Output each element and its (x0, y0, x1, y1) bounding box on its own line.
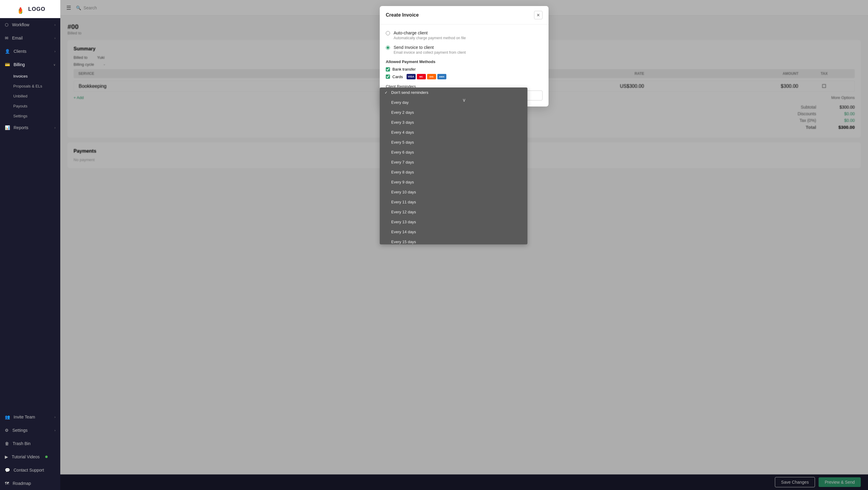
roadmap-icon: 🗺 (5, 481, 9, 486)
chevron-icon: › (55, 429, 56, 432)
dropdown-item-label: Every 9 days (391, 180, 414, 184)
reports-icon: 📊 (5, 125, 10, 130)
check-icon: ✓ (384, 90, 389, 95)
sidebar-label-support: Contact Support (13, 468, 44, 472)
dropdown-item-every_11_days[interactable]: Every 11 days (380, 197, 527, 207)
sidebar-item-payouts[interactable]: Payouts (13, 101, 60, 111)
chevron-icon: › (55, 50, 56, 53)
dropdown-item-every_5_days[interactable]: Every 5 days (380, 137, 527, 147)
bank-transfer-checkbox[interactable] (386, 67, 390, 71)
dropdown-item-label: Every 7 days (391, 160, 414, 165)
sidebar-label-workflow: Workflow (12, 22, 29, 27)
visa-icon: VISA (407, 74, 415, 79)
send-invoice-label: Send Invoice to client (394, 45, 466, 50)
modal-overlay[interactable]: Create Invoice ✕ Auto-charge client Auto… (60, 0, 868, 490)
tutorial-icon: ▶ (5, 454, 8, 459)
chevron-icon: › (55, 23, 56, 27)
sidebar-label-settings: Settings (12, 428, 28, 433)
sidebar-label-trash: Trash Bin (13, 441, 30, 446)
sidebar-item-settings[interactable]: ⚙ Settings › (0, 424, 60, 437)
clients-icon: 👤 (5, 49, 10, 54)
billing-submenu: Invoices Proposals & ELs Unbilled Payout… (0, 71, 60, 121)
dropdown-item-label: Every 8 days (391, 170, 414, 174)
cards-label: Cards (393, 75, 403, 79)
main-content: ☰ 🔍 Search #00 Billed to Summary Billed … (60, 0, 868, 490)
notification-dot (45, 456, 48, 458)
auto-charge-desc: Automatically charge payment method on f… (394, 36, 466, 40)
dropdown-item-label: Every 5 days (391, 140, 414, 145)
dropdown-item-every_13_days[interactable]: Every 13 days (380, 217, 527, 227)
dropdown-item-every_day[interactable]: Every day (380, 97, 527, 108)
sidebar-item-billing[interactable]: 💳 Billing ∨ (0, 58, 60, 71)
modal-title: Create Invoice (386, 12, 418, 18)
bank-transfer-label: Bank transfer (393, 67, 415, 71)
dropdown-item-label: Every 2 days (391, 110, 414, 115)
payment-methods: Bank transfer Cards VISA MC DIS AMX (386, 67, 542, 79)
dropdown-item-every_2_days[interactable]: Every 2 days (380, 108, 527, 117)
email-icon: ✉ (5, 36, 8, 40)
sidebar-item-trash-bin[interactable]: 🗑 Trash Bin (0, 437, 60, 450)
amex-icon: AMX (437, 74, 446, 79)
sidebar-item-proposals[interactable]: Proposals & ELs (13, 81, 60, 91)
dropdown-item-no_reminder[interactable]: ✓Don't send reminders (380, 87, 527, 97)
close-icon: ✕ (536, 13, 540, 18)
chevron-down-icon: ∨ (53, 63, 56, 66)
sidebar-item-email[interactable]: ✉ Email › (0, 31, 60, 45)
modal-close-button[interactable]: ✕ (534, 11, 542, 19)
dropdown-item-label: Don't send reminders (391, 90, 428, 95)
sidebar-item-unbilled[interactable]: Unbilled (13, 91, 60, 101)
cards-checkbox[interactable] (386, 75, 390, 79)
cards-row: Cards VISA MC DIS AMX (386, 74, 542, 79)
sidebar-item-tutorial-videos[interactable]: ▶ Tutorial Videos (0, 450, 60, 463)
sidebar-item-invite-team[interactable]: 👥 Invite Team › (0, 410, 60, 424)
dropdown-item-label: Every 15 days (391, 239, 416, 244)
sidebar-item-invoices[interactable]: Invoices (13, 71, 60, 81)
sidebar-label-email: Email (12, 36, 23, 40)
dropdown-item-every_4_days[interactable]: Every 4 days (380, 127, 527, 137)
logo-text: LOGO (28, 6, 45, 12)
create-invoice-modal: Create Invoice ✕ Auto-charge client Auto… (380, 6, 549, 107)
dropdown-item-every_10_days[interactable]: Every 10 days (380, 187, 527, 197)
billing-icon: 💳 (5, 62, 10, 67)
dropdown-item-every_14_days[interactable]: Every 14 days (380, 227, 527, 237)
sidebar-item-billing-settings[interactable]: Settings (13, 111, 60, 121)
auto-charge-radio[interactable] (386, 31, 390, 35)
dropdown-item-label: Every 13 days (391, 220, 416, 224)
send-invoice-desc: Email invoice and collect payment from c… (394, 50, 466, 55)
send-invoice-option: Send Invoice to client Email invoice and… (386, 45, 542, 55)
sidebar-item-workflow[interactable]: ⬡ Workflow › (0, 18, 60, 31)
dropdown-item-every_9_days[interactable]: Every 9 days (380, 177, 527, 187)
dropdown-item-label: Every 4 days (391, 130, 414, 135)
dropdown-item-every_6_days[interactable]: Every 6 days (380, 147, 527, 157)
dropdown-item-label: Every 12 days (391, 210, 416, 214)
chevron-icon: › (55, 415, 56, 419)
dropdown-scroll-hint: ∨ (461, 96, 467, 104)
sidebar-item-contact-support[interactable]: 💬 Contact Support (0, 463, 60, 477)
dropdown-item-every_12_days[interactable]: Every 12 days (380, 207, 527, 217)
discover-icon: DIS (427, 74, 436, 79)
dropdown-item-every_7_days[interactable]: Every 7 days (380, 157, 527, 167)
dropdown-item-label: Every 14 days (391, 230, 416, 234)
sidebar-item-reports[interactable]: 📊 Reports › (0, 121, 60, 134)
chevron-icon: › (55, 36, 56, 40)
bank-transfer-row: Bank transfer (386, 67, 542, 71)
dropdown-item-label: Every 3 days (391, 120, 414, 125)
logo-icon (15, 4, 26, 15)
sidebar-item-clients[interactable]: 👤 Clients › (0, 45, 60, 58)
reminder-dropdown[interactable]: ✓Don't send remindersEvery dayEvery 2 da… (380, 87, 527, 244)
mastercard-icon: MC (417, 74, 426, 79)
dropdown-item-label: Every 10 days (391, 190, 416, 194)
sidebar-label-tutorial: Tutorial Videos (12, 454, 40, 459)
chevron-icon: › (55, 126, 56, 129)
svg-point-2 (19, 7, 22, 12)
dropdown-item-every_8_days[interactable]: Every 8 days (380, 167, 527, 177)
dropdown-item-every_3_days[interactable]: Every 3 days (380, 117, 527, 127)
invite-team-icon: 👥 (5, 414, 10, 420)
sidebar-item-roadmap[interactable]: 🗺 Roadmap (0, 477, 60, 490)
settings-icon: ⚙ (5, 428, 9, 433)
send-invoice-radio[interactable] (386, 46, 390, 50)
dropdown-item-every_15_days[interactable]: Every 15 days (380, 237, 527, 244)
dropdown-item-label: Every 11 days (391, 200, 416, 204)
workflow-icon: ⬡ (5, 22, 8, 27)
trash-icon: 🗑 (5, 441, 9, 446)
